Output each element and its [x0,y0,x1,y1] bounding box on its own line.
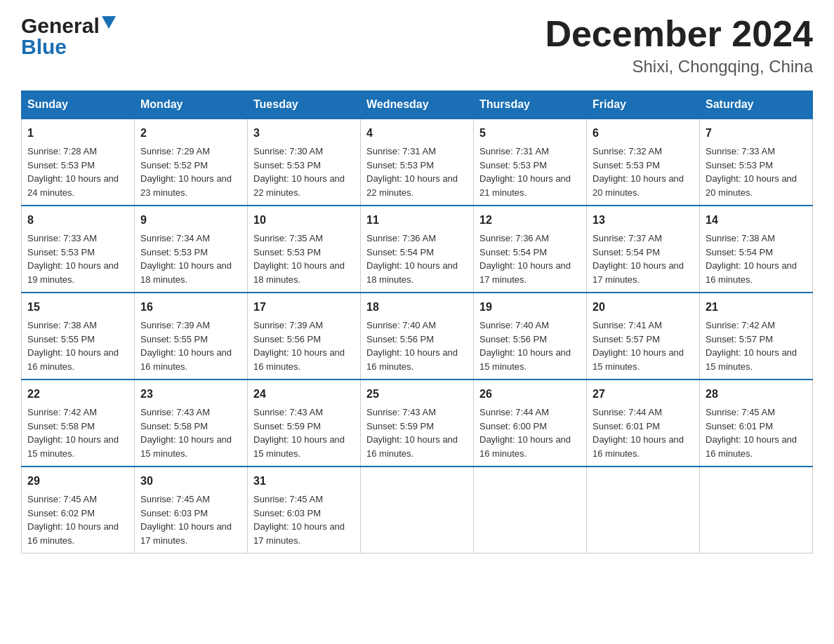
sunset-info: Sunset: 5:56 PM [479,334,547,344]
calendar-week-row: 1 Sunrise: 7:28 AM Sunset: 5:53 PM Dayli… [22,119,813,206]
sunrise-info: Sunrise: 7:33 AM [706,146,775,156]
sunrise-info: Sunrise: 7:36 AM [366,233,436,243]
column-header-sunday: Sunday [22,91,135,119]
sunrise-info: Sunrise: 7:45 AM [140,494,210,504]
calendar-cell [474,467,587,554]
calendar-cell: 22 Sunrise: 7:42 AM Sunset: 5:58 PM Dayl… [22,380,135,467]
daylight-info: Daylight: 10 hours and 15 minutes. [140,434,232,459]
calendar-cell: 11 Sunrise: 7:36 AM Sunset: 5:54 PM Dayl… [361,206,474,293]
sunset-info: Sunset: 5:53 PM [27,160,95,170]
day-number: 16 [140,299,241,316]
calendar-title-section: December 2024 Shixi, Chongqing, China [545,14,813,76]
sunset-info: Sunset: 5:53 PM [27,247,95,257]
daylight-info: Daylight: 10 hours and 20 minutes. [706,173,797,198]
daylight-info: Daylight: 10 hours and 16 minutes. [366,347,458,372]
calendar-cell: 27 Sunrise: 7:44 AM Sunset: 6:01 PM Dayl… [587,380,700,467]
day-number: 15 [27,299,128,316]
calendar-cell: 15 Sunrise: 7:38 AM Sunset: 5:55 PM Dayl… [22,293,135,380]
day-number: 22 [27,386,128,403]
daylight-info: Daylight: 10 hours and 16 minutes. [593,434,684,459]
calendar-cell: 9 Sunrise: 7:34 AM Sunset: 5:53 PM Dayli… [135,206,248,293]
sunset-info: Sunset: 5:58 PM [27,421,95,431]
calendar-week-row: 22 Sunrise: 7:42 AM Sunset: 5:58 PM Dayl… [22,380,813,467]
daylight-info: Daylight: 10 hours and 16 minutes. [706,434,797,459]
calendar-cell: 5 Sunrise: 7:31 AM Sunset: 5:53 PM Dayli… [474,119,587,206]
daylight-info: Daylight: 10 hours and 16 minutes. [706,260,797,285]
daylight-info: Daylight: 10 hours and 15 minutes. [27,434,119,459]
daylight-info: Daylight: 10 hours and 15 minutes. [593,347,684,372]
column-header-monday: Monday [135,91,248,119]
calendar-cell: 20 Sunrise: 7:41 AM Sunset: 5:57 PM Dayl… [587,293,700,380]
column-header-wednesday: Wednesday [361,91,474,119]
calendar-cell [361,467,474,554]
daylight-info: Daylight: 10 hours and 18 minutes. [366,260,458,285]
calendar-header-row: SundayMondayTuesdayWednesdayThursdayFrid… [22,91,813,119]
sunset-info: Sunset: 5:56 PM [253,334,321,344]
day-number: 5 [479,125,581,142]
calendar-cell: 12 Sunrise: 7:36 AM Sunset: 5:54 PM Dayl… [474,206,587,293]
sunset-info: Sunset: 5:54 PM [366,247,434,257]
calendar-cell: 17 Sunrise: 7:39 AM Sunset: 5:56 PM Dayl… [248,293,361,380]
sunrise-info: Sunrise: 7:32 AM [593,146,662,156]
sunrise-info: Sunrise: 7:33 AM [27,233,97,243]
sunset-info: Sunset: 5:57 PM [593,334,660,344]
logo-blue-text: Blue [21,35,67,58]
logo-triangle-icon [102,16,117,32]
day-number: 8 [27,212,128,229]
day-number: 17 [253,299,355,316]
sunrise-info: Sunrise: 7:42 AM [27,407,97,417]
day-number: 9 [140,212,241,229]
sunset-info: Sunset: 5:57 PM [706,334,773,344]
daylight-info: Daylight: 10 hours and 15 minutes. [706,347,797,372]
daylight-info: Daylight: 10 hours and 16 minutes. [27,521,119,546]
daylight-info: Daylight: 10 hours and 22 minutes. [253,173,345,198]
logo-general-text: General [21,14,100,38]
day-number: 26 [479,386,581,403]
daylight-info: Daylight: 10 hours and 16 minutes. [253,347,345,372]
day-number: 2 [140,125,241,142]
page-header: General Blue December 2024 Shixi, Chongq… [21,14,813,76]
sunrise-info: Sunrise: 7:42 AM [706,320,775,330]
calendar-cell: 26 Sunrise: 7:44 AM Sunset: 6:00 PM Dayl… [474,380,587,467]
day-number: 11 [366,212,468,229]
calendar-cell: 4 Sunrise: 7:31 AM Sunset: 5:53 PM Dayli… [361,119,474,206]
calendar-cell: 29 Sunrise: 7:45 AM Sunset: 6:02 PM Dayl… [22,467,135,554]
day-number: 20 [593,299,694,316]
sunrise-info: Sunrise: 7:39 AM [253,320,323,330]
sunset-info: Sunset: 6:02 PM [27,508,95,518]
sunrise-info: Sunrise: 7:38 AM [27,320,97,330]
day-number: 31 [253,473,355,490]
daylight-info: Daylight: 10 hours and 23 minutes. [140,173,232,198]
calendar-cell: 10 Sunrise: 7:35 AM Sunset: 5:53 PM Dayl… [248,206,361,293]
sunrise-info: Sunrise: 7:31 AM [366,146,436,156]
daylight-info: Daylight: 10 hours and 16 minutes. [366,434,458,459]
sunset-info: Sunset: 5:59 PM [253,421,321,431]
daylight-info: Daylight: 10 hours and 20 minutes. [593,173,684,198]
sunset-info: Sunset: 5:55 PM [140,334,208,344]
day-number: 25 [366,386,468,403]
sunset-info: Sunset: 6:01 PM [706,421,773,431]
day-number: 27 [593,386,694,403]
day-number: 28 [706,386,807,403]
sunrise-info: Sunrise: 7:31 AM [479,146,549,156]
calendar-cell: 19 Sunrise: 7:40 AM Sunset: 5:56 PM Dayl… [474,293,587,380]
daylight-info: Daylight: 10 hours and 24 minutes. [27,173,119,198]
day-number: 18 [366,299,468,316]
daylight-info: Daylight: 10 hours and 17 minutes. [253,521,345,546]
sunrise-info: Sunrise: 7:37 AM [593,233,662,243]
daylight-info: Daylight: 10 hours and 17 minutes. [593,260,684,285]
day-number: 14 [706,212,807,229]
sunset-info: Sunset: 5:53 PM [366,160,434,170]
sunset-info: Sunset: 6:00 PM [479,421,547,431]
column-header-saturday: Saturday [700,91,813,119]
day-number: 6 [593,125,694,142]
sunrise-info: Sunrise: 7:29 AM [140,146,210,156]
sunrise-info: Sunrise: 7:40 AM [366,320,436,330]
sunset-info: Sunset: 5:58 PM [140,421,208,431]
calendar-cell: 16 Sunrise: 7:39 AM Sunset: 5:55 PM Dayl… [135,293,248,380]
sunset-info: Sunset: 5:54 PM [706,247,773,257]
sunset-info: Sunset: 5:53 PM [140,247,208,257]
sunset-info: Sunset: 5:54 PM [593,247,660,257]
sunset-info: Sunset: 6:01 PM [593,421,660,431]
sunrise-info: Sunrise: 7:43 AM [140,407,210,417]
